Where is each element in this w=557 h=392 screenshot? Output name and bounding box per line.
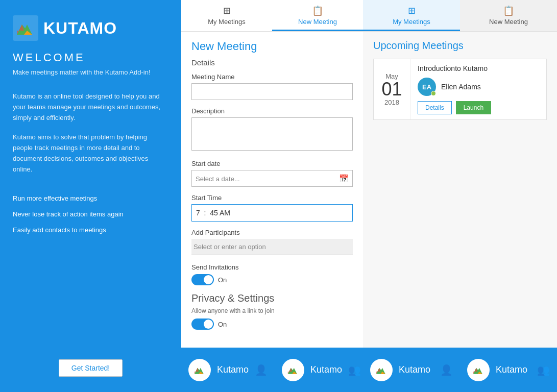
start-date-label: Start date	[191, 160, 353, 167]
participants-label: Add Participants	[191, 229, 353, 236]
host-avatar: EA	[418, 78, 436, 96]
logo-area: KUTAMO	[13, 15, 168, 41]
start-time-input[interactable]	[191, 204, 353, 222]
right-brand-icon-2	[467, 359, 490, 381]
right-brand-strip-2: Kutamo 👥	[460, 348, 557, 392]
logo-text: KUTAMO	[43, 19, 117, 38]
meeting-info: Introductionto Kutamo EA Ellen Adams Det…	[410, 59, 546, 119]
form-title: New Meeting	[191, 40, 353, 53]
my-meetings-tab-icon: ⊞	[223, 5, 231, 16]
send-invitations-label: Send Invitations	[191, 263, 353, 271]
meeting-name: Introductionto Kutamo	[418, 64, 539, 72]
tagline: Make meetings matter with the Kutamo Add…	[13, 68, 168, 76]
privacy-toggle[interactable]	[191, 318, 214, 330]
privacy-settings-sub: Allow anyone with a link to join	[191, 307, 353, 314]
link-action-items[interactable]: Never lose track of action items again	[13, 210, 168, 218]
calendar-icon: 📅	[339, 174, 349, 183]
right-brand-name-1: Kutamo	[399, 364, 434, 375]
right-brand-icon-1	[370, 359, 393, 381]
description-input[interactable]	[191, 117, 353, 151]
links-section: Run more effective meetings Never lose t…	[13, 194, 168, 349]
privacy-toggle-row: On	[191, 318, 353, 330]
right-user-icon-1: 👤	[440, 364, 453, 376]
get-started-button[interactable]: Get Started!	[59, 359, 123, 377]
right-content: Upcoming Meetings May 01 2018 Introducti…	[363, 32, 557, 348]
avatar-status-dot	[431, 91, 436, 96]
details-section-label: Details	[191, 58, 353, 67]
new-meeting-tab-label: New Meeting	[298, 18, 337, 26]
get-started-area: Get Started!	[13, 359, 168, 377]
new-meeting-form: New Meeting Details Meeting Name Descrip…	[181, 32, 363, 348]
kutamo-logo-icon	[13, 15, 38, 41]
my-meetings-tab-label: My Meetings	[208, 18, 246, 26]
description-1: Kutamo is an online tool designed to hel…	[13, 91, 168, 123]
right-panel: ⊞ My Meetings 📋 New Meeting Upcoming Mee…	[363, 0, 557, 392]
my-meetings-right-label: My Meetings	[393, 18, 430, 26]
start-date-wrapper: 📅 Select a date...	[191, 170, 353, 187]
new-meeting-right-icon: 📋	[503, 5, 514, 16]
meeting-card: May 01 2018 Introductionto Kutamo EA Ell…	[373, 59, 547, 120]
link-add-contacts[interactable]: Easily add contacts to meetings	[13, 226, 168, 234]
left-panel: KUTAMO WELCOME Make meetings matter with…	[0, 0, 181, 392]
meeting-name-label: Meeting Name	[191, 73, 353, 81]
brand-strip-icon-1	[188, 359, 211, 381]
middle-bottom-strips: Kutamo 👤 Kutamo 👥	[181, 348, 363, 392]
brand-strip-name-2: Kutamo	[310, 364, 342, 375]
upcoming-title: Upcoming Meetings	[373, 40, 547, 52]
start-time-label: Start Time	[191, 194, 353, 202]
brand-strip-icon-2	[282, 359, 304, 381]
brand-logo-svg-2	[285, 362, 301, 378]
link-effective-meetings[interactable]: Run more effective meetings	[13, 194, 168, 202]
date-placeholder: Select a date...	[196, 175, 240, 182]
brand-logo-svg-1	[192, 362, 207, 378]
send-invitations-toggle-row: On	[191, 274, 353, 285]
description-label: Description	[191, 107, 353, 115]
privacy-settings-title: Privacy & Settings	[191, 292, 353, 304]
tab-new-meeting-right[interactable]: 📋 New Meeting	[460, 0, 557, 31]
right-brand-svg-1	[374, 362, 389, 378]
meeting-day: 01	[381, 80, 402, 99]
meeting-date-box: May 01 2018	[374, 59, 410, 119]
tab-my-meetings-middle[interactable]: ⊞ My Meetings	[181, 0, 272, 31]
avatar-initials: EA	[422, 83, 431, 91]
launch-button[interactable]: Launch	[456, 101, 491, 114]
right-user-icon-2: 👥	[537, 364, 550, 376]
privacy-on-text: On	[218, 321, 227, 328]
send-invitations-toggle[interactable]	[191, 274, 214, 285]
card-actions: Details Launch	[418, 101, 539, 114]
brand-strip-name-1: Kutamo	[217, 364, 249, 375]
welcome-heading: WELCOME	[13, 51, 168, 64]
meeting-year: 2018	[384, 99, 399, 106]
tab-my-meetings-right[interactable]: ⊞ My Meetings	[363, 0, 460, 31]
description-2: Kutamo aims to solve that problem by hel…	[13, 132, 168, 175]
details-button[interactable]: Details	[418, 101, 452, 114]
user-icon-1: 👤	[255, 364, 268, 376]
right-tab-bar: ⊞ My Meetings 📋 New Meeting	[363, 0, 557, 32]
new-meeting-tab-icon: 📋	[312, 5, 323, 16]
tab-new-meeting-middle[interactable]: 📋 New Meeting	[272, 0, 363, 31]
brand-strip-1: Kutamo 👤	[181, 348, 275, 392]
meeting-host-row: EA Ellen Adams	[418, 78, 539, 96]
meeting-name-input[interactable]	[191, 83, 353, 100]
new-meeting-right-label: New Meeting	[489, 18, 528, 26]
brand-strip-2: Kutamo 👥	[275, 348, 368, 392]
host-name: Ellen Adams	[441, 83, 481, 91]
middle-panel: ⊞ My Meetings 📋 New Meeting New Meeting …	[181, 0, 363, 392]
user-icon-2: 👥	[348, 364, 361, 376]
right-brand-svg-2	[471, 362, 486, 378]
right-bottom-strips: Kutamo 👤 Kutamo 👥	[363, 348, 557, 392]
middle-tab-bar: ⊞ My Meetings 📋 New Meeting	[181, 0, 363, 32]
my-meetings-right-icon: ⊞	[408, 5, 416, 16]
send-invitations-on-text: On	[218, 276, 227, 284]
right-brand-name-2: Kutamo	[496, 364, 531, 375]
right-brand-strip-1: Kutamo 👤	[363, 348, 460, 392]
participants-dropdown[interactable]: Select or enter an option	[191, 239, 353, 255]
